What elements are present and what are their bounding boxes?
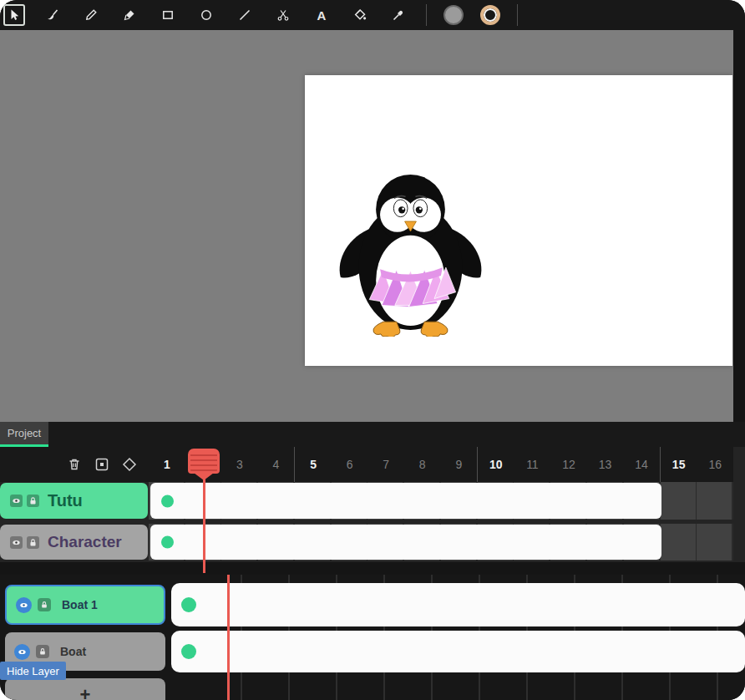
- text-tool-button[interactable]: A: [311, 4, 332, 26]
- hide-layer-tooltip: Hide Layer: [0, 662, 66, 680]
- keyframe-dot[interactable]: [161, 495, 174, 507]
- keyframe-dot[interactable]: [181, 597, 196, 612]
- frame-ruler-cell[interactable]: 6: [332, 447, 368, 482]
- path-cut-tool-button[interactable]: [272, 4, 294, 26]
- layer-lock-button[interactable]: [27, 495, 39, 507]
- layer-visibility-button[interactable]: [10, 536, 23, 549]
- layer-row-character: Character: [0, 524, 733, 561]
- layer-lock-button[interactable]: [38, 598, 51, 611]
- add-layer-button[interactable]: +: [5, 678, 165, 700]
- frame-ruler-cell[interactable]: 16: [697, 447, 733, 482]
- frame-ruler-cell[interactable]: 3: [221, 447, 258, 482]
- frame-ruler-cell[interactable]: 4: [258, 447, 295, 482]
- playhead-line: [203, 477, 205, 573]
- frame-ruler-cell[interactable]: 1: [149, 447, 185, 482]
- frame-ruler-cell[interactable]: 12: [550, 447, 587, 482]
- frame-ruler-cell[interactable]: 15: [660, 447, 697, 482]
- fill-bucket-tool-button[interactable]: [349, 4, 371, 26]
- artboard[interactable]: [305, 75, 732, 366]
- layer-name: Character: [48, 533, 122, 551]
- plus-icon: +: [80, 684, 91, 700]
- canvas-stage[interactable]: [0, 30, 733, 422]
- fill-bucket-icon: [353, 8, 367, 22]
- eyedropper-tool-button[interactable]: [388, 4, 409, 26]
- brush-icon: [46, 8, 59, 22]
- playhead-tip: [194, 473, 214, 480]
- layer-visibility-button[interactable]: [16, 597, 32, 613]
- layer-visibility-button[interactable]: [10, 495, 23, 507]
- layer-label-boat1[interactable]: Boat 1: [5, 585, 165, 625]
- pencil-icon: [84, 8, 98, 22]
- timeline-panel: Project 1 2 3 4 5 6: [0, 422, 745, 562]
- rectangle-icon: [161, 8, 175, 22]
- keyframe-diamond-button[interactable]: [120, 455, 139, 474]
- project-tab[interactable]: Project: [0, 422, 48, 447]
- timeline-ruler: 1 2 3 4 5 6 7 8 9 10 11 12 13 14 15 16: [0, 447, 733, 482]
- cursor-tool-button[interactable]: [3, 4, 25, 26]
- keyframe-dot[interactable]: [161, 536, 174, 549]
- line-icon: [238, 8, 251, 22]
- timeline-tools: [0, 447, 149, 482]
- pencil-tool-button[interactable]: [80, 4, 102, 26]
- frame-ruler-cell[interactable]: 5: [294, 447, 332, 482]
- eraser-tool-button[interactable]: [119, 4, 140, 26]
- layer-name: Boat 1: [62, 598, 98, 611]
- frame-ruler-cell[interactable]: 8: [404, 447, 441, 482]
- frame-ruler-cell[interactable]: 9: [441, 447, 478, 482]
- frame-bar[interactable]: [150, 525, 661, 560]
- toolbar-divider: [517, 4, 518, 26]
- frame-ruler-cell[interactable]: 13: [587, 447, 624, 482]
- delete-button[interactable]: [65, 455, 84, 474]
- playhead-handle[interactable]: [188, 449, 220, 474]
- timeline-panel-zoomed: Boat 1 Boat + Hide Layer: [0, 575, 745, 700]
- layer-track[interactable]: [149, 482, 733, 520]
- eraser-icon: [123, 8, 136, 22]
- text-tool-icon: A: [317, 8, 327, 23]
- fill-color-swatch[interactable]: [443, 5, 464, 25]
- layer-lock-button[interactable]: [36, 645, 49, 658]
- layer-row-tutu: Tutu: [0, 482, 733, 520]
- layer-track[interactable]: [149, 524, 733, 561]
- brush-tool-button[interactable]: [42, 4, 63, 26]
- toolbar-divider: [426, 4, 427, 26]
- frame-bar[interactable]: [171, 583, 745, 626]
- frame-ruler-cell[interactable]: 7: [367, 447, 404, 482]
- keyframe-dot[interactable]: [181, 644, 196, 659]
- frame-bar[interactable]: [171, 631, 745, 672]
- layer-name: Boat: [60, 645, 86, 658]
- playhead-line: [227, 575, 230, 700]
- layer-lock-button[interactable]: [27, 536, 39, 549]
- frame-bar[interactable]: [150, 483, 661, 519]
- frame-ruler-cell[interactable]: 14: [623, 447, 660, 482]
- layer-visibility-button[interactable]: [14, 644, 30, 660]
- rectangle-tool-button[interactable]: [157, 4, 179, 26]
- project-tab-label: Project: [8, 427, 41, 439]
- layer-label-character[interactable]: Character: [0, 525, 148, 560]
- eyedropper-icon: [392, 8, 405, 22]
- penguin-character[interactable]: [332, 164, 489, 337]
- frame-ruler-cell[interactable]: 10: [477, 447, 514, 482]
- frame-ruler-cell[interactable]: 11: [514, 447, 551, 482]
- line-tool-button[interactable]: [234, 4, 256, 26]
- drawing-toolbar: A: [0, 0, 745, 30]
- timeline-tab-strip: Project: [0, 422, 745, 447]
- layer-label-tutu[interactable]: Tutu: [0, 483, 148, 519]
- onion-skin-button[interactable]: [93, 455, 111, 474]
- frame-ruler: 1 2 3 4 5 6 7 8 9 10 11 12 13 14 15 16: [149, 447, 733, 482]
- ellipse-icon: [200, 8, 213, 22]
- ellipse-tool-button[interactable]: [195, 4, 217, 26]
- stroke-color-swatch[interactable]: [480, 5, 500, 25]
- scissors-icon: [276, 8, 290, 22]
- animation-editor-window: A: [0, 0, 745, 700]
- cursor-icon: [8, 8, 21, 22]
- layer-name: Tutu: [48, 491, 83, 510]
